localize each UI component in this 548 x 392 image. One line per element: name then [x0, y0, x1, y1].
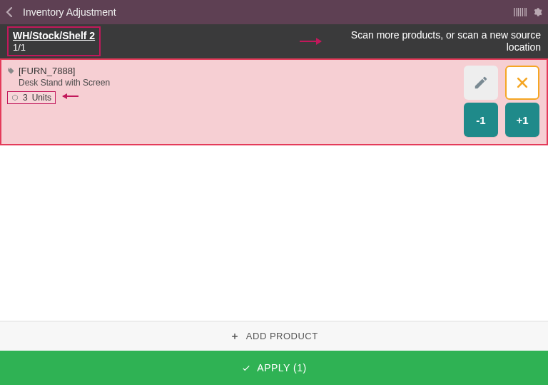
decrement-button[interactable]: -1 [464, 103, 498, 137]
svg-rect-6 [526, 8, 527, 16]
app-topbar: Inventory Adjustment [0, 0, 548, 24]
svg-rect-0 [514, 8, 515, 16]
svg-rect-5 [524, 8, 525, 16]
location-box[interactable]: WH/Stock/Shelf 2 1/1 [7, 26, 101, 57]
location-path: WH/Stock/Shelf 2 [13, 30, 95, 43]
quantity-box[interactable]: 3 Units [7, 91, 56, 104]
svg-rect-4 [522, 8, 524, 16]
arrow-right-icon [300, 41, 321, 42]
product-card: [FURN_7888] Desk Stand with Screen 3 Uni… [0, 58, 548, 145]
plus-icon: ＋ [230, 330, 240, 343]
svg-rect-1 [516, 8, 517, 16]
check-icon [241, 363, 251, 373]
add-product-button[interactable]: ＋ ADD PRODUCT [0, 321, 548, 351]
back-icon[interactable] [6, 7, 19, 17]
edit-button[interactable] [464, 66, 498, 100]
scan-hint: Scan more products, or scan a new source… [327, 29, 541, 54]
svg-rect-2 [518, 8, 519, 16]
svg-rect-3 [520, 8, 521, 16]
product-name: Desk Stand with Screen [19, 78, 541, 88]
cancel-button[interactable] [505, 66, 539, 100]
apply-button[interactable]: APPLY (1) [0, 351, 548, 385]
location-bar: WH/Stock/Shelf 2 1/1 Scan more products,… [0, 24, 548, 58]
gear-icon[interactable] [532, 7, 542, 17]
tag-icon [7, 67, 15, 75]
increment-button[interactable]: +1 [505, 103, 539, 137]
arrow-left-icon [63, 96, 78, 97]
page-title: Inventory Adjustment [23, 6, 514, 18]
product-sku: [FURN_7888] [19, 66, 75, 76]
quantity-uom: Units [32, 93, 51, 103]
apply-label: APPLY (1) [257, 362, 306, 373]
pencil-icon [473, 75, 489, 91]
barcode-icon[interactable] [514, 8, 527, 16]
add-product-label: ADD PRODUCT [246, 331, 318, 341]
content-area [0, 145, 548, 321]
cube-icon [11, 94, 19, 101]
location-progress: 1/1 [13, 42, 95, 53]
close-icon [515, 76, 529, 90]
quantity-value: 3 [23, 93, 28, 103]
